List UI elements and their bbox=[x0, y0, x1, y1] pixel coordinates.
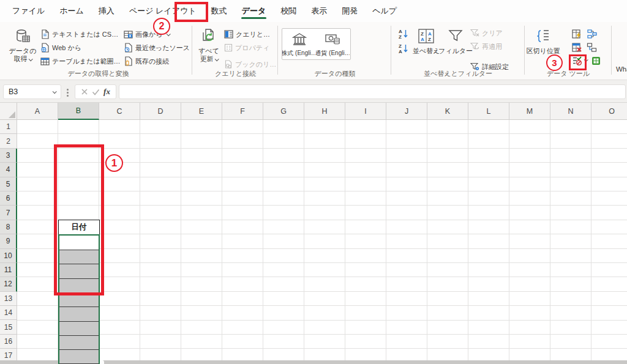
column-headers: ABCDEFGHIJKLMNO bbox=[17, 103, 627, 120]
formula-bar-drag-handle[interactable] bbox=[67, 89, 69, 91]
svg-text:Z: Z bbox=[399, 43, 402, 49]
from-table-range-button[interactable]: テーブルまたは範囲から bbox=[40, 54, 121, 68]
tab-insert[interactable]: 挿入 bbox=[91, 0, 122, 22]
formula-input[interactable] bbox=[119, 84, 626, 99]
row-header-8[interactable]: 8 bbox=[0, 220, 17, 234]
insert-function-button[interactable]: fx bbox=[103, 87, 110, 97]
row-header-6[interactable]: 6 bbox=[0, 191, 17, 206]
data-validation-button[interactable] bbox=[569, 54, 584, 67]
filter-button[interactable]: フィルター bbox=[442, 27, 469, 55]
column-header-K[interactable]: K bbox=[427, 103, 468, 120]
row-header-13[interactable]: 13 bbox=[0, 292, 17, 306]
cell-B3[interactable] bbox=[59, 236, 99, 250]
formula-buttons: fx bbox=[75, 84, 116, 99]
remove-duplicates-button[interactable] bbox=[569, 40, 584, 54]
column-header-A[interactable]: A bbox=[17, 103, 58, 120]
sort-button[interactable]: ZAAZ 並べ替え bbox=[411, 27, 441, 55]
row-header-2[interactable]: 2 bbox=[0, 134, 17, 148]
from-web-button[interactable]: Web から bbox=[40, 41, 121, 54]
cell-B6[interactable] bbox=[59, 278, 99, 292]
queries-pane-icon bbox=[224, 30, 233, 39]
svg-text:Z: Z bbox=[428, 37, 431, 42]
refresh-all-button[interactable]: すべて 更新 bbox=[196, 27, 222, 63]
text-to-columns-button[interactable]: 区切り位置 bbox=[528, 27, 558, 55]
select-all-corner[interactable] bbox=[0, 103, 17, 120]
get-data-button[interactable]: データの 取得 bbox=[9, 27, 37, 63]
column-header-F[interactable]: F bbox=[222, 103, 263, 120]
cell-b2-date-header[interactable]: 日付 bbox=[58, 220, 100, 234]
currency-data-type[interactable]: 通貨 (Engli… bbox=[316, 29, 350, 59]
cell-B5[interactable] bbox=[59, 264, 99, 278]
tab-help[interactable]: ヘルプ bbox=[365, 0, 404, 22]
tab-review[interactable]: 校閲 bbox=[273, 0, 304, 22]
row-header-12[interactable]: 12 bbox=[0, 277, 17, 291]
row-header-10[interactable]: 10 bbox=[0, 249, 17, 263]
row-header-1[interactable]: 1 bbox=[0, 120, 17, 134]
flash-fill-button[interactable] bbox=[569, 27, 584, 40]
excel-window: ファイル ホーム 挿入 ページ レイアウト 数式 データ 校閲 表示 開発 ヘル… bbox=[0, 0, 627, 364]
row-header-15[interactable]: 15 bbox=[0, 320, 17, 334]
sort-dialog-icon: ZAAZ bbox=[418, 27, 434, 45]
sort-ascending-button[interactable]: AZ bbox=[397, 27, 410, 40]
group-label-queries: クエリと接続 bbox=[193, 69, 277, 78]
manage-data-model-button[interactable] bbox=[588, 54, 603, 67]
from-text-csv-button[interactable]: テキストまたは CSV から bbox=[40, 28, 121, 41]
consolidate-button[interactable] bbox=[584, 27, 599, 40]
recent-sources-icon bbox=[124, 43, 133, 53]
picture-table-icon bbox=[124, 30, 133, 39]
row-header-3[interactable]: 3 bbox=[0, 149, 17, 163]
bank-icon bbox=[292, 29, 307, 49]
row-header-7[interactable]: 7 bbox=[0, 206, 17, 220]
data-types-gallery: 株式 (Engli… 通貨 (Engli… bbox=[282, 28, 351, 60]
column-header-M[interactable]: M bbox=[509, 103, 550, 120]
column-header-N[interactable]: N bbox=[550, 103, 591, 120]
tab-developer[interactable]: 開発 bbox=[334, 0, 365, 22]
column-header-O[interactable]: O bbox=[591, 103, 627, 120]
column-header-B[interactable]: B bbox=[58, 103, 99, 120]
column-header-I[interactable]: I bbox=[345, 103, 386, 120]
cell-B7[interactable] bbox=[59, 292, 99, 306]
row-header-14[interactable]: 14 bbox=[0, 306, 17, 320]
column-header-J[interactable]: J bbox=[386, 103, 427, 120]
tab-formulas[interactable]: 数式 bbox=[204, 0, 235, 22]
cell-B9[interactable] bbox=[59, 321, 99, 335]
column-header-C[interactable]: C bbox=[99, 103, 140, 120]
clear-funnel-icon bbox=[470, 29, 479, 37]
existing-connections-button[interactable]: 既存の接続 bbox=[124, 54, 192, 68]
sort-descending-button[interactable]: ZA bbox=[397, 42, 410, 54]
group-label-data-types: データの種類 bbox=[279, 69, 391, 78]
tab-view[interactable]: 表示 bbox=[304, 0, 334, 22]
queries-connections-button[interactable]: クエリと接続 bbox=[224, 28, 277, 41]
name-box[interactable]: B3 bbox=[3, 84, 61, 99]
recent-sources-button[interactable]: 最近使ったソース bbox=[124, 41, 192, 54]
column-header-E[interactable]: E bbox=[181, 103, 222, 120]
table-icon bbox=[40, 57, 50, 66]
column-header-H[interactable]: H bbox=[304, 103, 345, 120]
group-queries-connections: すべて 更新 クエリと接続 プロパティ ブックのリンク クエリと接続 bbox=[193, 22, 277, 80]
row-header-4[interactable]: 4 bbox=[0, 163, 17, 177]
tab-home[interactable]: ホーム bbox=[52, 0, 91, 22]
cell-B10[interactable] bbox=[59, 335, 99, 349]
chevron-down-icon[interactable] bbox=[584, 58, 588, 62]
relationships-button[interactable] bbox=[584, 40, 599, 54]
cell-B4[interactable] bbox=[59, 250, 99, 264]
group-label-data-tools: データ ツール bbox=[525, 69, 611, 78]
cell-B11[interactable] bbox=[59, 349, 99, 363]
row-header-9[interactable]: 9 bbox=[0, 234, 17, 248]
selection-b3-b12[interactable] bbox=[58, 234, 100, 364]
column-header-L[interactable]: L bbox=[468, 103, 509, 120]
selection-cells bbox=[59, 236, 99, 364]
reapply-filter-button: 再適用 bbox=[470, 40, 523, 53]
column-header-D[interactable]: D bbox=[140, 103, 181, 120]
tab-data[interactable]: データ bbox=[235, 0, 274, 22]
group-separator bbox=[277, 26, 278, 75]
annotation-circle-3: 3 bbox=[546, 54, 563, 71]
row-header-5[interactable]: 5 bbox=[0, 177, 17, 191]
tab-file[interactable]: ファイル bbox=[5, 0, 52, 22]
name-box-value: B3 bbox=[9, 87, 18, 96]
stocks-data-type[interactable]: 株式 (Engli… bbox=[282, 29, 316, 59]
row-header-11[interactable]: 11 bbox=[0, 263, 17, 277]
column-header-G[interactable]: G bbox=[263, 103, 304, 120]
cell-B8[interactable] bbox=[59, 306, 99, 321]
row-header-16[interactable]: 16 bbox=[0, 335, 17, 349]
